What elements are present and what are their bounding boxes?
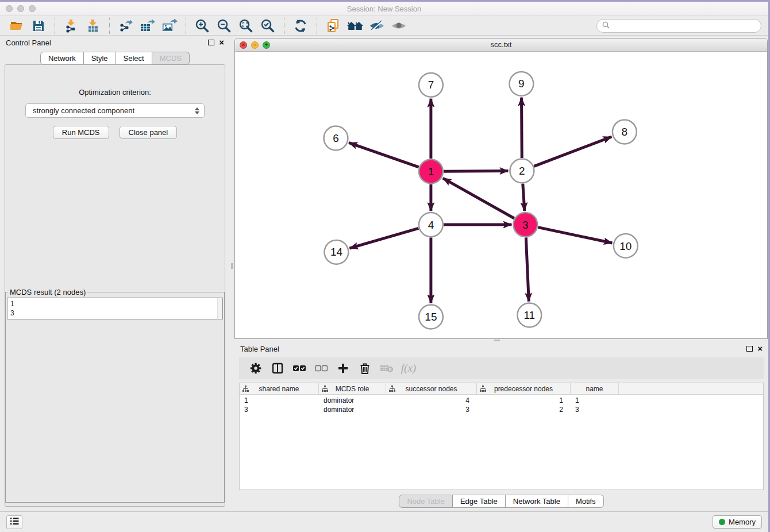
hide-selected-button[interactable] bbox=[367, 17, 387, 34]
maximize-window-button[interactable] bbox=[29, 5, 36, 12]
graph-edge-2-9[interactable] bbox=[522, 97, 522, 157]
table-row[interactable]: 3dominator323 bbox=[240, 405, 763, 414]
splitter-handle[interactable] bbox=[231, 263, 233, 269]
memory-button[interactable]: Memory bbox=[713, 515, 762, 529]
table-cell[interactable]: 2 bbox=[477, 405, 571, 414]
open-session-button[interactable] bbox=[7, 17, 26, 34]
close-window-button[interactable] bbox=[6, 5, 13, 12]
tab-style[interactable]: Style bbox=[84, 52, 116, 65]
graph-edge-1-2[interactable] bbox=[444, 171, 508, 171]
mcds-result-text[interactable]: 1 3 bbox=[7, 298, 223, 319]
delete-column-button[interactable] bbox=[354, 358, 376, 378]
tab-select[interactable]: Select bbox=[116, 52, 152, 65]
minimize-network-button[interactable]: − bbox=[251, 41, 259, 49]
close-panel-icon[interactable]: × bbox=[757, 346, 763, 352]
column-layout-button[interactable] bbox=[267, 358, 288, 378]
maximize-network-button[interactable]: + bbox=[263, 41, 270, 49]
column-header-MCDS-role[interactable]: MCDS role bbox=[319, 383, 386, 394]
graph-node-9[interactable]: 9 bbox=[509, 72, 533, 96]
table-settings-button[interactable] bbox=[245, 358, 267, 378]
table-cell[interactable]: 3 bbox=[386, 405, 477, 414]
export-image-button[interactable] bbox=[160, 17, 179, 34]
graph-edge-2-3[interactable] bbox=[523, 183, 525, 210]
graph-node-label: 6 bbox=[333, 132, 339, 144]
column-header-shared-name[interactable]: shared name bbox=[240, 383, 319, 394]
graph-edge-1-6[interactable] bbox=[349, 142, 419, 167]
deselect-all-button[interactable] bbox=[310, 358, 332, 378]
main-toolbar bbox=[0, 16, 768, 36]
task-history-button[interactable] bbox=[6, 515, 22, 529]
graph-edge-2-8[interactable] bbox=[534, 137, 611, 166]
table-cell[interactable]: dominator bbox=[319, 396, 386, 405]
save-session-button[interactable] bbox=[29, 17, 48, 34]
graph-node-2[interactable]: 2 bbox=[510, 159, 534, 183]
run-mcds-button[interactable]: Run MCDS bbox=[53, 126, 109, 139]
table-cell[interactable]: 1 bbox=[571, 396, 619, 405]
close-network-button[interactable]: × bbox=[240, 41, 247, 49]
network-canvas[interactable]: 1234678910111415 bbox=[235, 52, 767, 338]
close-panel-icon[interactable]: × bbox=[219, 40, 224, 45]
delete-table-button[interactable] bbox=[376, 358, 398, 378]
minimize-window-button[interactable] bbox=[17, 5, 24, 12]
column-header-predecessor-nodes[interactable]: predecessor nodes bbox=[477, 383, 571, 394]
float-panel-icon[interactable] bbox=[746, 346, 753, 352]
column-header-name[interactable]: name bbox=[571, 383, 619, 394]
graph-edge-3-11[interactable] bbox=[526, 237, 529, 301]
table-cell[interactable]: 3 bbox=[240, 405, 319, 414]
graph-node-4[interactable]: 4 bbox=[419, 213, 443, 237]
graph-node-8[interactable]: 8 bbox=[613, 119, 637, 144]
splitter-handle[interactable] bbox=[494, 340, 500, 341]
table-cell[interactable]: 1 bbox=[477, 396, 571, 405]
export-table-icon bbox=[140, 19, 156, 33]
close-panel-button[interactable]: Close panel bbox=[120, 126, 178, 139]
network-title: scc.txt bbox=[491, 40, 512, 49]
table-cell[interactable]: 1 bbox=[240, 396, 319, 405]
export-network-button[interactable] bbox=[116, 17, 136, 34]
float-panel-icon[interactable] bbox=[208, 40, 214, 45]
table-row[interactable]: 1dominator411 bbox=[240, 396, 763, 405]
network-overview-button[interactable] bbox=[345, 17, 365, 34]
graph-node-7[interactable]: 7 bbox=[419, 73, 443, 97]
graph-edge-3-1[interactable] bbox=[443, 178, 514, 218]
graph-edge-3-10[interactable] bbox=[538, 227, 612, 242]
vertical-splitter[interactable] bbox=[230, 36, 234, 511]
tab-node-table[interactable]: Node Table bbox=[399, 495, 453, 508]
import-network-icon bbox=[64, 19, 78, 33]
graph-node-14[interactable]: 14 bbox=[324, 240, 348, 264]
graph-node-15[interactable]: 15 bbox=[419, 304, 443, 329]
table-cell[interactable]: 3 bbox=[571, 405, 619, 414]
graph-node-11[interactable]: 11 bbox=[517, 303, 541, 327]
select-all-button[interactable] bbox=[288, 358, 310, 378]
export-table-button[interactable] bbox=[138, 17, 157, 34]
zoom-out-button[interactable] bbox=[214, 17, 234, 34]
tab-network[interactable]: Network bbox=[40, 52, 84, 65]
refresh-icon bbox=[293, 18, 308, 33]
import-table-button[interactable] bbox=[83, 17, 103, 34]
column-header-successor-nodes[interactable]: successor nodes bbox=[386, 383, 477, 394]
duplicate-network-button[interactable] bbox=[324, 17, 343, 34]
show-all-button[interactable] bbox=[389, 17, 409, 34]
result-scrollbar[interactable] bbox=[217, 298, 222, 319]
graph-node-3[interactable]: 3 bbox=[513, 213, 537, 237]
tab-mcds[interactable]: MCDS bbox=[152, 52, 190, 65]
zoom-in-button[interactable] bbox=[192, 17, 212, 34]
zoom-fit-button[interactable] bbox=[236, 17, 256, 34]
graph-node-1[interactable]: 1 bbox=[419, 159, 443, 183]
table-cell[interactable]: dominator bbox=[319, 405, 386, 414]
graph-node-label: 11 bbox=[524, 309, 536, 321]
horizontal-splitter[interactable] bbox=[234, 339, 768, 342]
tab-network-table[interactable]: Network Table bbox=[506, 495, 568, 508]
import-network-button[interactable] bbox=[61, 17, 81, 34]
criterion-select[interactable]: strongly connected component bbox=[25, 103, 205, 118]
graph-node-6[interactable]: 6 bbox=[324, 126, 348, 150]
zoom-selected-button[interactable] bbox=[258, 17, 278, 34]
graph-edge-4-14[interactable] bbox=[349, 228, 418, 248]
tab-edge-table[interactable]: Edge Table bbox=[453, 495, 506, 508]
tab-motifs[interactable]: Motifs bbox=[568, 495, 604, 508]
function-builder-button[interactable]: f(x) bbox=[398, 358, 419, 378]
table-cell[interactable]: 4 bbox=[386, 396, 477, 405]
graph-node-10[interactable]: 10 bbox=[614, 234, 638, 258]
refresh-button[interactable] bbox=[291, 17, 310, 34]
search-input[interactable] bbox=[613, 22, 756, 30]
add-column-button[interactable] bbox=[332, 358, 354, 378]
